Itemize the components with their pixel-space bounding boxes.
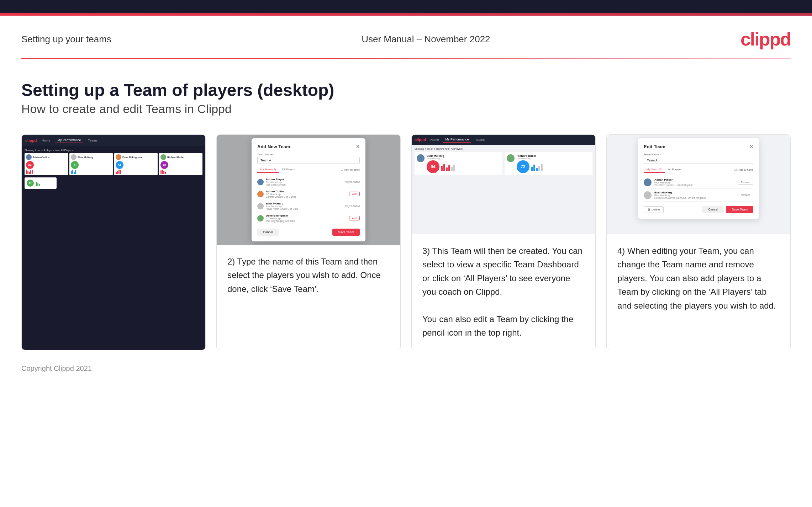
modal-player-info-2: Adrian Coliba 1-5 HandicapCentral London… bbox=[266, 190, 347, 198]
modal-avatar-1 bbox=[257, 179, 264, 185]
mock-b3-1 bbox=[441, 166, 443, 171]
modal-player-info-1: Adrian Player Plus HandicapThe Shire Lon… bbox=[266, 178, 343, 186]
trash-icon: 🗑 bbox=[648, 208, 650, 211]
edit-players-list: Adrian Player Plus HandicapThe Shire Lon… bbox=[644, 176, 753, 202]
top-bar bbox=[0, 0, 812, 13]
modal-p4-add-button[interactable]: Add bbox=[349, 216, 360, 220]
edit-p2-remove-button[interactable]: Remove bbox=[738, 193, 753, 197]
edit-p1-club: Plus HandicapThe Shire London, United Ki… bbox=[654, 181, 735, 186]
mock-b5 bbox=[32, 170, 33, 174]
edit-cancel-button[interactable]: Cancel bbox=[702, 206, 724, 213]
accent-bar bbox=[0, 13, 812, 16]
edit-modal-tab-all-players[interactable]: All Players bbox=[665, 167, 684, 173]
mock-b3-3 bbox=[446, 167, 448, 171]
edit-player-info-2: Blair McHarg Plus HandicapRoyal North De… bbox=[654, 191, 735, 199]
mock-content-1: Showing 4 out of 4 players from: All Pla… bbox=[22, 146, 205, 192]
mock-score-3: 94 bbox=[116, 161, 123, 169]
card-3-screenshot: clippd Home My Performance Teams Showing… bbox=[412, 135, 595, 234]
mock-ps3-1: Plus Handicap bbox=[427, 158, 500, 160]
card-2-screenshot: Add New Team ✕ Team Name * Team A My Tea… bbox=[217, 135, 400, 245]
modal-p2-add-button[interactable]: Add bbox=[349, 192, 360, 196]
card-1: clippd Home My Performance Teams Showing… bbox=[21, 134, 206, 350]
mock-bc3 bbox=[118, 170, 120, 174]
mock-be1 bbox=[36, 182, 37, 186]
mock-b4 bbox=[30, 170, 31, 174]
mock-bc4 bbox=[120, 170, 121, 174]
mock-players-grid-1: Adrian Collins 84 bbox=[25, 153, 202, 175]
mock-pn-1: Adrian Collins bbox=[33, 156, 49, 159]
modal-p3-club: Plus HandicapRoyal North Devon Golf Club bbox=[266, 205, 343, 210]
card-4-step: 4) When editing your Team, you can chang… bbox=[617, 246, 776, 310]
mock-nav-home: Home bbox=[39, 138, 52, 143]
mock-bars-3 bbox=[116, 170, 156, 174]
filter-label: Filter by name bbox=[344, 169, 360, 171]
modal-players-list: Adrian Player Plus HandicapThe Shire Lon… bbox=[257, 176, 360, 224]
mock-bd1 bbox=[160, 170, 162, 174]
mock-pn-3: Dave Billingham bbox=[122, 156, 142, 159]
modal-p2-club: 1-5 HandicapCentral London Golf Centre bbox=[266, 193, 347, 198]
filter-checkbox[interactable]: ☐ bbox=[341, 169, 343, 171]
modal-p3-name: Blair McHarg bbox=[266, 202, 343, 205]
modal-save-button[interactable]: Save Team bbox=[332, 229, 360, 236]
edit-save-button[interactable]: Save Team bbox=[726, 206, 753, 213]
modal-player-info-3: Blair McHarg Plus HandicapRoyal North De… bbox=[266, 202, 343, 210]
edit-modal-title-text: Edit Team bbox=[644, 144, 665, 149]
mock-avatar-2 bbox=[71, 154, 77, 160]
mock-be3 bbox=[39, 184, 40, 186]
mock-av3-2 bbox=[507, 154, 515, 162]
mock-score-big-2: 72 bbox=[517, 160, 529, 173]
mock-pn3-1: Blair McHarg bbox=[427, 154, 500, 158]
edit-modal-footer: 🗑 Delete Cancel Save Team bbox=[644, 206, 753, 213]
edit-modal-tabs: My Team (2) All Players ☐ Filter by name bbox=[644, 167, 753, 173]
modal-avatar-4 bbox=[257, 215, 264, 222]
add-team-modal: Add New Team ✕ Team Name * Team A My Tea… bbox=[252, 138, 365, 241]
mock-bottom-card: 72 bbox=[25, 177, 57, 189]
modal-footer: Cancel Save Team bbox=[257, 229, 360, 236]
card-3-step-1: 3) This Team will then be created. You c… bbox=[422, 246, 582, 297]
modal-p1-club: Plus HandicapThe Shire London bbox=[266, 181, 343, 186]
edit-player-row-2: Blair McHarg Plus HandicapRoyal North De… bbox=[644, 189, 753, 202]
mock-b3-5 bbox=[451, 167, 453, 171]
modal-team-name-input[interactable]: Team A bbox=[257, 157, 360, 164]
edit-p1-remove-button[interactable]: Remove bbox=[738, 180, 753, 185]
mock-player-card-1: Adrian Collins 84 bbox=[25, 153, 68, 175]
edit-delete-button[interactable]: 🗑 Delete bbox=[644, 206, 664, 213]
mock-pc3-1: Blair McHarg Plus Handicap 94 bbox=[415, 152, 502, 175]
modal-tab-all-players[interactable]: All Players bbox=[279, 167, 298, 173]
mock-nav-extra: Teams bbox=[86, 138, 100, 143]
mock-bars3-2 bbox=[531, 164, 543, 171]
mock-bars-4 bbox=[160, 170, 201, 174]
mock-score-row-1: 94 bbox=[427, 160, 500, 173]
modal-p1-status: Player Added bbox=[345, 181, 360, 183]
edit-avatar-1 bbox=[644, 178, 652, 186]
card-3-text: 3) This Team will then be created. You c… bbox=[412, 234, 595, 350]
modal-tab-my-team[interactable]: My Team (2) bbox=[257, 167, 279, 173]
modal-close-icon[interactable]: ✕ bbox=[356, 144, 360, 149]
card-4-screenshot: Edit Team ✕ Team Name * Team A My Team (… bbox=[607, 135, 790, 234]
edit-modal-close-icon[interactable]: ✕ bbox=[749, 144, 753, 149]
modal-player-info-4: Dave Billingham 1-5 HandicapThe Dog Magi… bbox=[266, 214, 347, 222]
mock-subtitle-3: Showing 4 out of 4 players from: All Pla… bbox=[415, 148, 592, 150]
modal-cancel-button[interactable]: Cancel bbox=[257, 229, 279, 236]
mock-pi3-1: Blair McHarg Plus Handicap 94 bbox=[427, 154, 500, 173]
modal-avatar-2 bbox=[257, 191, 264, 197]
modal-player-row-1: Adrian Player Plus HandicapThe Shire Lon… bbox=[257, 176, 360, 188]
mock-nav-3: clippd Home My Performance Teams bbox=[412, 135, 595, 145]
header: Setting up your teams User Manual – Nove… bbox=[0, 16, 812, 58]
edit-modal-tab-my-team[interactable]: My Team (2) bbox=[644, 167, 665, 173]
card-2-step: 2) Type the name of this Team and then s… bbox=[227, 257, 381, 294]
edit-modal-field-label: Team Name * bbox=[644, 153, 753, 156]
mock-nav3-perf: My Performance bbox=[443, 137, 471, 143]
mock-nav-1: clippd Home My Performance Teams bbox=[22, 135, 205, 146]
mock-b3 bbox=[29, 172, 30, 174]
page-subtitle: How to create and edit Teams in Clippd bbox=[21, 102, 791, 116]
modal-title-text: Add New Team bbox=[257, 144, 290, 149]
mock-bb2 bbox=[72, 170, 73, 174]
edit-delete-label: Delete bbox=[652, 208, 660, 211]
mock-bd4 bbox=[165, 172, 166, 174]
mock-bb3 bbox=[74, 172, 75, 174]
edit-filter-checkbox[interactable]: ☐ bbox=[734, 169, 737, 171]
edit-filter-label: Filter by name bbox=[738, 169, 753, 171]
footer: Copyright Clippd 2021 bbox=[0, 350, 812, 383]
edit-modal-team-name-input[interactable]: Team A bbox=[644, 157, 753, 164]
